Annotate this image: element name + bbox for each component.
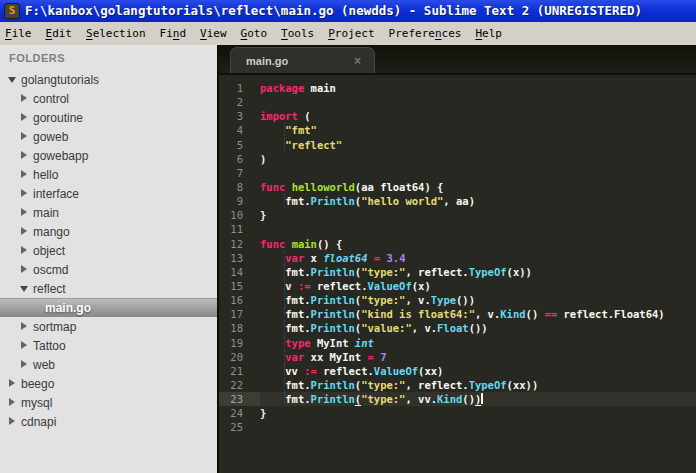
tree-file-main.go[interactable]: main.go [0,298,217,317]
triangle-right-icon[interactable] [20,360,29,369]
tree-folder-goroutine[interactable]: goroutine [0,108,217,127]
code-line-content: fmt.Println("hello world", aa) [260,194,696,208]
tree-folder-hello[interactable]: hello [0,165,217,184]
triangle-right-icon[interactable] [20,151,29,160]
triangle-down-icon[interactable] [8,75,17,84]
code-line-18[interactable]: 18 fmt.Println("value:", v.Float()) [219,321,696,335]
line-number: 21 [219,364,260,378]
tab-close-icon[interactable]: × [354,54,361,68]
triangle-right-icon[interactable] [20,322,29,331]
tab-bar: main.go× [219,45,696,75]
menu-view[interactable]: View [198,24,229,43]
code-line-25[interactable]: 25 [219,420,696,434]
menu-goto[interactable]: Goto [239,24,270,43]
menu-help[interactable]: Help [473,24,504,43]
line-number: 5 [219,138,260,152]
code-line-15[interactable]: 15 v := reflect.ValueOf(x) [219,279,696,293]
tab-main.go[interactable]: main.go× [230,47,375,73]
sublime-app-icon[interactable]: S [4,3,20,19]
tree-folder-reflect[interactable]: reflect [0,279,217,298]
menu-file[interactable]: File [3,24,34,43]
triangle-right-icon[interactable] [20,246,29,255]
code-line-16[interactable]: 16 fmt.Println("type:", v.Type()) [219,293,696,307]
tree-item-label: oscmd [33,263,68,277]
triangle-right-icon[interactable] [20,341,29,350]
code-line-19[interactable]: 19 type MyInt int [219,336,696,350]
code-line-content: func main() { [260,237,696,251]
triangle-right-icon[interactable] [20,132,29,141]
code-line-13[interactable]: 13 var x float64 = 3.4 [219,251,696,265]
sublime-text-window: S F:\kanbox\golangtutorials\reflect\main… [0,0,696,473]
code-line-9[interactable]: 9 fmt.Println("hello world", aa) [219,194,696,208]
triangle-right-icon[interactable] [20,113,29,122]
tree-item-label: control [33,92,69,106]
line-number: 12 [219,237,260,251]
triangle-down-icon[interactable] [20,284,29,293]
code-line-4[interactable]: 4 "fmt" [219,123,696,137]
code-editor[interactable]: 1package main23import (4 "fmt"5 "reflect… [219,75,696,473]
code-line-content [260,95,696,109]
code-line-10[interactable]: 10} [219,208,696,222]
code-line-12[interactable]: 12func main() { [219,237,696,251]
tree-folder-mysql[interactable]: mysql [0,393,217,412]
tree-item-label: main [33,206,59,220]
code-line-5[interactable]: 5 "reflect" [219,138,696,152]
code-line-2[interactable]: 2 [219,95,696,109]
tree-folder-object[interactable]: object [0,241,217,260]
tree-folder-gowebapp[interactable]: gowebapp [0,146,217,165]
code-line-23[interactable]: 23 fmt.Println("type:", vv.Kind()) [219,392,696,406]
triangle-right-icon[interactable] [20,208,29,217]
menu-tools[interactable]: Tools [279,24,316,43]
menu-edit[interactable]: Edit [44,24,75,43]
code-line-24[interactable]: 24} [219,406,696,420]
triangle-right-icon[interactable] [20,94,29,103]
no-icon [32,304,41,313]
code-line-22[interactable]: 22 fmt.Println("type:", reflect.TypeOf(x… [219,378,696,392]
code-line-content [260,222,696,236]
tree-folder-tattoo[interactable]: Tattoo [0,336,217,355]
triangle-right-icon[interactable] [8,417,17,426]
tree-item-label: cdnapi [21,415,56,429]
code-line-11[interactable]: 11 [219,222,696,236]
tree-folder-main[interactable]: main [0,203,217,222]
tree-folder-interface[interactable]: interface [0,184,217,203]
code-line-20[interactable]: 20 var xx MyInt = 7 [219,350,696,364]
code-line-14[interactable]: 14 fmt.Println("type:", reflect.TypeOf(x… [219,265,696,279]
code-line-3[interactable]: 3import ( [219,109,696,123]
triangle-right-icon[interactable] [20,189,29,198]
menu-preferences[interactable]: Preferences [387,24,464,43]
code-line-7[interactable]: 7 [219,166,696,180]
triangle-right-icon[interactable] [20,227,29,236]
tree-folder-sortmap[interactable]: sortmap [0,317,217,336]
line-number: 3 [219,109,260,123]
menu-project[interactable]: Project [326,24,376,43]
tree-folder-oscmd[interactable]: oscmd [0,260,217,279]
tab-label: main.go [246,55,288,67]
menu-selection[interactable]: Selection [84,24,148,43]
code-line-21[interactable]: 21 vv := reflect.ValueOf(xx) [219,364,696,378]
line-number: 23 [219,392,260,406]
code-line-content: } [260,406,696,420]
editor-pane: main.go× 1package main23import (4 "fmt"5… [217,45,696,473]
tree-folder-beego[interactable]: beego [0,374,217,393]
code-line-8[interactable]: 8func helloworld(aa float64) { [219,180,696,194]
line-number: 1 [219,81,260,95]
line-number: 9 [219,194,260,208]
tree-folder-golangtutorials[interactable]: golangtutorials [0,70,217,89]
code-line-17[interactable]: 17 fmt.Println("kind is float64:", v.Kin… [219,307,696,321]
line-number: 16 [219,293,260,307]
tree-folder-mango[interactable]: mango [0,222,217,241]
code-line-6[interactable]: 6) [219,152,696,166]
code-line-1[interactable]: 1package main [219,81,696,95]
triangle-right-icon[interactable] [20,265,29,274]
tree-item-label: goweb [33,130,68,144]
tree-folder-cdnapi[interactable]: cdnapi [0,412,217,431]
tree-folder-control[interactable]: control [0,89,217,108]
triangle-right-icon[interactable] [8,398,17,407]
code-line-content: fmt.Println("type:", v.Type()) [260,293,696,307]
tree-folder-goweb[interactable]: goweb [0,127,217,146]
tree-folder-web[interactable]: web [0,355,217,374]
menu-find[interactable]: Find [158,24,189,43]
triangle-right-icon[interactable] [20,170,29,179]
triangle-right-icon[interactable] [8,379,17,388]
